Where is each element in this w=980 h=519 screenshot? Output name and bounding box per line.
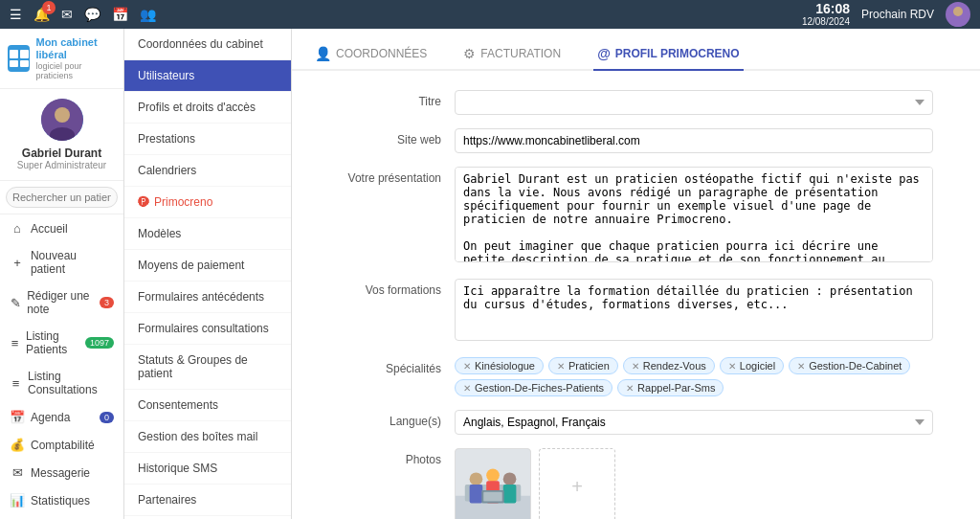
form-row-site-web: Site web (330, 128, 942, 153)
sidebar: Mon cabinet libéral logiciel pour pratic… (0, 29, 124, 519)
site-web-input[interactable] (455, 128, 933, 153)
form-row-titre: Titre (330, 90, 942, 115)
svg-point-12 (470, 472, 483, 485)
comptabilite-icon: 💰 (10, 438, 25, 452)
chat-icon[interactable]: 💬 (84, 7, 100, 22)
form-row-presentation: Votre présentation (330, 167, 942, 265)
logo-sub: logiciel pour praticiens (35, 61, 116, 80)
submenu-item-statuts-groupes[interactable]: Statuts & Groupes de patient (124, 345, 291, 390)
topbar-left: ☰ 🔔 1 ✉ 💬 📅 👥 (10, 7, 156, 22)
notifications-icon[interactable]: 🔔 1 (33, 7, 50, 22)
submenu-item-gestion-boites[interactable]: Gestion des boîtes mail (124, 421, 291, 453)
topbar: ☰ 🔔 1 ✉ 💬 📅 👥 16:08 12/08/2024 Prochain … (0, 0, 980, 29)
sidebar-item-listing-consultations[interactable]: ≡ Listing Consultations (0, 363, 123, 403)
edit-icon: ✎ (10, 296, 21, 310)
users-icon[interactable]: 👥 (140, 7, 156, 22)
form-label-formations: Vos formations (330, 279, 455, 297)
user-avatar[interactable] (946, 2, 970, 27)
menu-icon[interactable]: ☰ (10, 7, 22, 22)
submenu-item-primocreno[interactable]: 🅟 Primocreno (124, 187, 291, 218)
svg-rect-19 (483, 492, 502, 502)
search-input[interactable] (6, 187, 118, 208)
form-label-titre: Titre (330, 90, 455, 108)
profile-role: Super Administrateur (17, 160, 106, 170)
submenu-item-formulaires-consultations[interactable]: Formulaires consultations (124, 313, 291, 345)
primocreno-icon: 🅟 (138, 195, 149, 209)
layout: Mon cabinet libéral logiciel pour pratic… (0, 29, 980, 519)
plus-icon: + (10, 256, 25, 270)
submenu-item-profils[interactable]: Profils et droits d'accès (124, 92, 291, 124)
sidebar-item-comptabilite[interactable]: 💰 Comptabilité (0, 431, 123, 459)
sidebar-item-repertoire[interactable]: 📖 Répertoire 0 (0, 514, 123, 519)
submenu-item-moyens-paiement[interactable]: Moyens de paiement (124, 250, 291, 282)
submenu-item-prestations[interactable]: Prestations (124, 124, 291, 155)
nav-label-agenda: Agenda (31, 411, 70, 424)
sidebar-item-accueil[interactable]: ⌂ Accueil (0, 214, 123, 242)
tab-primocreno-icon: @ (597, 46, 611, 61)
tab-facturation[interactable]: ⚙ FACTURATION (459, 38, 565, 71)
submenu-item-formulaires-antecedents[interactable]: Formulaires antécédents (124, 282, 291, 313)
form-row-specialites: Spécialités ✕ Kinésiologue ✕ Praticien ✕… (330, 357, 942, 396)
sidebar-profile: Gabriel Durant Super Administrateur (0, 89, 123, 181)
submenu-item-utilisateurs[interactable]: Utilisateurs (124, 60, 291, 92)
calendar-icon[interactable]: 📅 (112, 7, 128, 22)
agenda-badge: 0 (100, 412, 114, 423)
consultations-icon: ≡ (10, 376, 22, 391)
mail-icon[interactable]: ✉ (61, 7, 73, 22)
svg-rect-5 (20, 60, 29, 67)
notifications-badge: 1 (42, 1, 56, 14)
svg-rect-4 (10, 60, 18, 67)
tab-coordonnees-label: COORDONNÉES (336, 47, 427, 60)
submenu-item-consentements[interactable]: Consentements (124, 390, 291, 421)
tag-praticien: ✕ Praticien (548, 357, 618, 374)
search-box (0, 181, 123, 214)
form-row-photos: Photos (330, 448, 942, 519)
tabs: 👤 COORDONNÉES ⚙ FACTURATION @ PROFIL PRI… (292, 29, 980, 71)
form-control-titre (455, 90, 933, 115)
tab-coordonnees[interactable]: 👤 COORDONNÉES (311, 38, 431, 71)
presentation-textarea[interactable] (455, 167, 933, 262)
sidebar-item-messagerie[interactable]: ✉ Messagerie (0, 459, 123, 486)
main-content: 👤 COORDONNÉES ⚙ FACTURATION @ PROFIL PRI… (292, 29, 980, 519)
titre-select[interactable] (455, 90, 933, 115)
agenda-icon: 📅 (10, 410, 25, 424)
logo-icon (8, 45, 30, 72)
submenu-item-coordonnees[interactable]: Coordonnées du cabinet (124, 29, 291, 60)
note-badge: 3 (100, 297, 114, 308)
submenu-item-calendriers[interactable]: Calendriers (124, 155, 291, 187)
tab-primocreno-label: PROFIL PRIMOCRENO (615, 47, 740, 60)
photo-thumb-1[interactable] (455, 448, 531, 519)
submenu-item-historique-sms[interactable]: Historique SMS (124, 453, 291, 485)
sidebar-item-note[interactable]: ✎ Rédiger une note 3 (0, 282, 123, 323)
sidebar-item-statistiques[interactable]: 📊 Statistiques (0, 486, 123, 514)
nav-label-nouveau-patient: Nouveau patient (31, 249, 114, 276)
sidebar-item-agenda[interactable]: 📅 Agenda 0 (0, 403, 123, 431)
svg-point-14 (486, 468, 500, 482)
stats-icon: 📊 (10, 493, 25, 508)
nav-label-accueil: Accueil (31, 222, 68, 236)
svg-rect-17 (503, 485, 517, 504)
sidebar-item-nouveau-patient[interactable]: + Nouveau patient (0, 242, 123, 282)
home-icon: ⌂ (10, 221, 25, 236)
topbar-right: 16:08 12/08/2024 Prochain RDV (802, 1, 970, 29)
photo-placeholder-1[interactable]: + (539, 448, 615, 519)
svg-point-0 (953, 7, 963, 16)
sidebar-item-listing-patients[interactable]: ≡ Listing Patients 1097 (0, 323, 123, 363)
submenu-item-modeles[interactable]: Modèles (124, 218, 291, 250)
formations-textarea[interactable] (455, 279, 933, 341)
svg-rect-13 (470, 485, 483, 504)
profile-name: Gabriel Durant (22, 147, 101, 160)
sidebar-nav: ⌂ Accueil + Nouveau patient ✎ Rédiger un… (0, 214, 123, 519)
langues-select[interactable]: Anglais, Espagnol, Français (455, 410, 933, 435)
form-row-formations: Vos formations (330, 279, 942, 344)
profile-avatar (41, 99, 83, 141)
sidebar-logo: Mon cabinet libéral logiciel pour pratic… (0, 29, 123, 89)
nav-label-messagerie: Messagerie (31, 466, 90, 480)
form-label-presentation: Votre présentation (330, 167, 455, 185)
submenu-item-partenaires[interactable]: Partenaires (124, 485, 291, 516)
svg-point-16 (503, 472, 517, 485)
nav-label-comptabilite: Comptabilité (31, 439, 95, 452)
logo-text: Mon cabinet libéral (35, 36, 116, 61)
nav-label-listing-patients: Listing Patients (26, 329, 79, 356)
tab-profil-primocreno[interactable]: @ PROFIL PRIMOCRENO (593, 38, 743, 71)
